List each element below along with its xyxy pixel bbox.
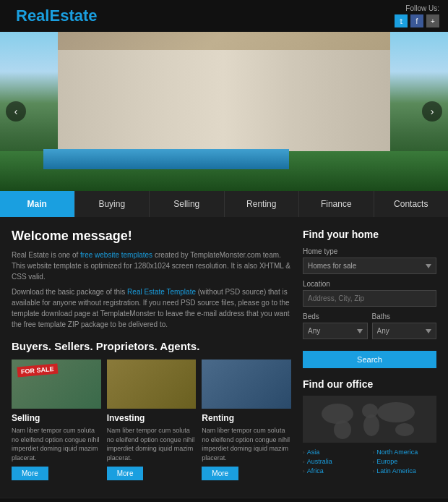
svg-point-1 — [334, 420, 351, 439]
right-column: Find your home Home type Homes for sale … — [303, 229, 436, 486]
beds-label: Beds — [303, 312, 368, 320]
hero-prev-button[interactable]: ‹ — [6, 101, 26, 122]
region-asia[interactable]: › Asia — [303, 448, 367, 456]
region-north-america[interactable]: › North America — [373, 448, 437, 456]
more-button-investing[interactable]: More — [107, 467, 144, 480]
welcome-paragraph-1: Real Estate is one of free website templ… — [12, 250, 291, 282]
beds-group: Beds Any 1 2 3 — [303, 312, 368, 345]
social-icons: 𝕥 f + — [395, 14, 439, 27]
nav-item-selling[interactable]: Selling — [150, 191, 225, 217]
region-africa[interactable]: › Africa — [303, 467, 367, 475]
hero-banner: ‹ › — [0, 32, 448, 191]
arrow-icon: › — [373, 459, 375, 465]
nav-item-buying[interactable]: Buying — [75, 191, 150, 217]
nav-item-finance[interactable]: Finance — [299, 191, 374, 217]
pool-area — [43, 149, 289, 169]
welcome-paragraph-2: Download the basic package of this Real … — [12, 286, 291, 330]
card-img-renting — [202, 360, 291, 409]
home-type-label: Home type — [303, 247, 436, 255]
more-button-renting[interactable]: More — [202, 467, 238, 480]
regions-container: › Asia › Australia › Africa › North Amer… — [303, 448, 436, 477]
beds-select[interactable]: Any 1 2 3 — [303, 323, 368, 339]
arrow-icon: › — [303, 468, 305, 475]
search-button[interactable]: Search — [303, 351, 436, 368]
free-templates-link[interactable]: free website templates — [80, 251, 152, 259]
nav-item-renting[interactable]: Renting — [225, 191, 300, 217]
twitter-icon[interactable]: 𝕥 — [395, 14, 408, 27]
region-latin-america[interactable]: › Latin America — [373, 467, 437, 475]
googleplus-icon[interactable]: + — [426, 14, 439, 27]
svg-point-5 — [395, 423, 414, 436]
location-input[interactable] — [303, 290, 436, 307]
card-img-investing — [107, 360, 197, 409]
arrow-icon: › — [373, 468, 375, 475]
card-title-investing: Investing — [107, 413, 197, 423]
card-investing: Investing Nam liber tempor cum soluta no… — [107, 360, 197, 480]
card-selling: FOR SALE Selling Nam liber tempor cum so… — [12, 360, 101, 480]
more-button-selling[interactable]: More — [12, 467, 48, 480]
section-title: Buyers. Sellers. Proprietors. Agents. — [12, 340, 291, 352]
find-home-title: Find your home — [303, 229, 436, 240]
logo-real: Real — [16, 7, 49, 25]
svg-point-4 — [377, 402, 415, 422]
baths-label: Baths — [372, 312, 437, 320]
region-europe[interactable]: › Europe — [373, 458, 437, 465]
find-office-title: Find our office — [303, 378, 436, 390]
card-title-renting: Renting — [202, 413, 291, 423]
region-col-2: › North America › Europe › Latin America — [373, 448, 437, 477]
hero-next-button[interactable]: › — [422, 101, 442, 122]
beds-baths-row: Beds Any 1 2 3 Baths Any 1 2 3 — [303, 312, 436, 345]
main-nav: Main Buying Selling Renting Finance Cont… — [0, 191, 448, 217]
arrow-icon: › — [373, 449, 375, 456]
hero-background — [0, 32, 448, 191]
logo: RealEstate — [9, 2, 105, 30]
left-column: Welcome message! Real Estate is one of f… — [12, 229, 303, 486]
header: RealEstate Follow Us: 𝕥 f + — [0, 0, 448, 32]
card-text-selling: Nam liber tempor cum soluta no eleifend … — [12, 426, 101, 462]
region-australia[interactable]: › Australia — [303, 458, 367, 465]
cards-container: FOR SALE Selling Nam liber tempor cum so… — [12, 360, 291, 480]
arrow-icon: › — [303, 459, 305, 465]
logo-estate: Estate — [49, 7, 97, 25]
real-estate-template-link[interactable]: Real Estate Template — [127, 288, 196, 296]
follow-us-section: Follow Us: 𝕥 f + — [395, 4, 439, 27]
house-shape — [58, 50, 390, 151]
svg-point-0 — [322, 404, 353, 424]
world-map-svg — [312, 398, 428, 441]
baths-group: Baths Any 1 2 3 — [372, 312, 437, 345]
for-sale-badge: FOR SALE — [17, 364, 58, 378]
world-map — [303, 396, 436, 443]
region-col-1: › Asia › Australia › Africa — [303, 448, 367, 477]
location-label: Location — [303, 280, 436, 288]
nav-item-main[interactable]: Main — [0, 191, 75, 217]
main-content: Welcome message! Real Estate is one of f… — [0, 217, 448, 498]
facebook-icon[interactable]: f — [410, 14, 423, 27]
follow-label: Follow Us: — [395, 4, 439, 12]
card-text-investing: Nam liber tempor cum soluta no eleifend … — [107, 426, 197, 462]
card-title-selling: Selling — [12, 413, 101, 423]
baths-select[interactable]: Any 1 2 3 — [372, 323, 437, 339]
svg-point-3 — [363, 414, 379, 436]
welcome-title: Welcome message! — [12, 229, 291, 244]
card-img-selling: FOR SALE — [12, 360, 101, 409]
home-type-select[interactable]: Homes for sale — [303, 258, 436, 274]
arrow-icon: › — [303, 449, 305, 456]
card-renting: Renting Nam liber tempor cum soluta no e… — [202, 360, 291, 480]
footer: © 2012 Real Estate Website Template by: … — [0, 498, 448, 502]
card-text-renting: Nam liber tempor cum soluta no eleifend … — [202, 426, 291, 462]
nav-item-contacts[interactable]: Contacts — [374, 191, 449, 217]
